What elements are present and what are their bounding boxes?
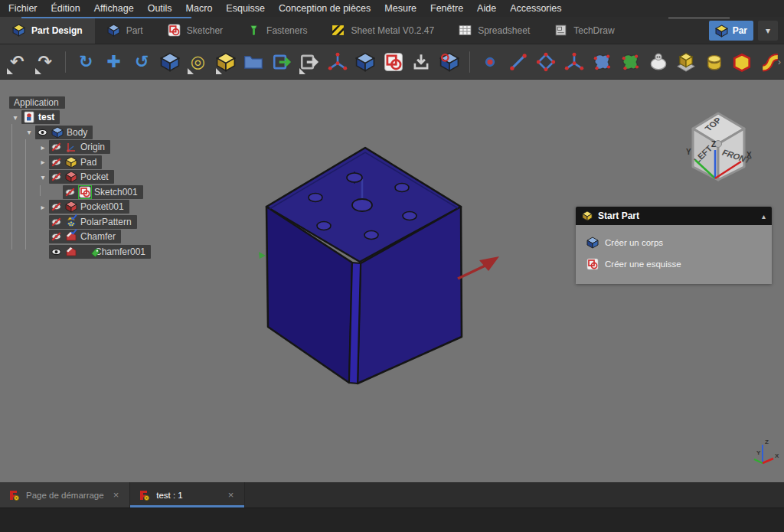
menu-item[interactable]: Outils <box>141 0 179 17</box>
workbench-tab[interactable]: Sketcher <box>155 17 235 44</box>
toolbar-button[interactable]: ◎ <box>187 48 209 76</box>
toolbar-button[interactable] <box>439 48 461 76</box>
tree-expander-icon[interactable]: ▾ <box>37 173 49 181</box>
tree-item[interactable]: Pad <box>49 155 102 169</box>
hole[interactable] <box>309 194 322 202</box>
toolbar-button[interactable]: ↺ <box>131 48 153 76</box>
task-panel-header[interactable]: Start Part ▴ <box>576 207 772 225</box>
menu-item[interactable]: Conception de pièces <box>272 0 377 17</box>
task-action-link[interactable]: Créer une esquisse <box>576 253 772 275</box>
toolbar-button[interactable] <box>383 48 405 76</box>
close-icon[interactable]: × <box>110 489 122 501</box>
workbench-tab[interactable]: Sheet Metal V0.2.47 <box>319 17 446 44</box>
visibility-eye-icon[interactable] <box>37 127 48 138</box>
toolbar-button[interactable] <box>647 48 669 76</box>
visibility-eye-icon[interactable] <box>51 231 62 242</box>
menu-item[interactable]: Aide <box>470 0 503 17</box>
toolbar-button[interactable] <box>535 48 557 76</box>
toolbar-button[interactable] <box>619 48 642 76</box>
document-tab[interactable]: test : 1 × <box>130 482 245 508</box>
toolbar-button[interactable] <box>479 48 501 76</box>
tree-expander-icon[interactable]: ▸ <box>37 158 49 166</box>
tree-expander-icon[interactable]: ▸ <box>37 203 49 211</box>
toolbar-button[interactable] <box>354 48 377 76</box>
tree-item[interactable]: Sketch001 <box>63 185 143 199</box>
tree-expander-icon[interactable]: ▸ <box>37 143 49 152</box>
tree-row[interactable]: ▸ Pad <box>3 155 217 170</box>
visibility-eye-icon[interactable] <box>51 171 62 182</box>
tree-item[interactable]: Chamfer001 <box>49 245 151 259</box>
toolbar-button[interactable] <box>215 48 237 76</box>
tree-item[interactable]: Chamfer <box>49 230 121 243</box>
toolbar-button[interactable] <box>564 48 586 76</box>
toolbar-button[interactable] <box>299 48 321 76</box>
tree-row[interactable]: ▸ Origin <box>3 140 217 155</box>
toolbar-button[interactable] <box>731 48 753 76</box>
toolbar-button[interactable]: ✚ <box>103 48 126 76</box>
tree-item[interactable]: Application <box>9 96 65 109</box>
workbench-tab[interactable]: Fasteners <box>235 17 319 44</box>
toolbar-button[interactable] <box>469 51 470 73</box>
workbench-tab[interactable]: Spreadsheet <box>446 17 542 44</box>
toolbar-button[interactable] <box>65 51 66 73</box>
tree-item[interactable]: PolarPattern <box>49 215 137 229</box>
visibility-eye-icon[interactable] <box>51 201 62 212</box>
collapse-chevron-icon[interactable]: ▴ <box>762 212 766 220</box>
visibility-eye-icon[interactable] <box>64 187 76 197</box>
document-tab[interactable]: Page de démarrage × <box>0 482 130 508</box>
toolbar-button[interactable] <box>508 48 530 76</box>
toolbar-button[interactable]: ↻ <box>75 48 97 76</box>
visibility-eye-icon[interactable] <box>51 142 62 152</box>
menu-item[interactable]: Affichage <box>87 0 141 17</box>
toolbar-button[interactable] <box>159 48 181 76</box>
workbench-tab[interactable]: TechDraw <box>542 17 626 44</box>
menu-item[interactable]: Accessories <box>503 0 568 17</box>
toolbar-button[interactable] <box>675 48 697 76</box>
visibility-eye-icon[interactable] <box>51 157 62 168</box>
centre-hole[interactable] <box>352 199 372 211</box>
toolbar-button[interactable]: ↶ <box>6 48 28 76</box>
tree-row[interactable]: ▾ Body <box>3 125 217 140</box>
tree-expander-icon[interactable]: ▾ <box>9 113 21 122</box>
toolbar-button[interactable] <box>591 48 613 76</box>
tree-item[interactable]: Pocket <box>49 170 114 184</box>
tree-row[interactable]: Sketch001 <box>3 184 217 200</box>
hole[interactable] <box>364 231 378 240</box>
3d-viewport[interactable]: Application ▾ test <box>0 80 784 482</box>
task-action-link[interactable]: Créer un corps <box>576 232 772 253</box>
toolbar-overflow-chevron[interactable]: › <box>778 57 781 67</box>
workbench-tab[interactable]: Part <box>95 17 155 44</box>
menu-item[interactable]: Mesure <box>377 0 423 17</box>
toolbar-button[interactable] <box>327 48 349 76</box>
tree-row[interactable]: ▾ Pocket <box>3 170 217 185</box>
tree-row[interactable]: Chamfer001 <box>3 244 217 259</box>
toolbar-button[interactable] <box>243 48 265 76</box>
tree-row[interactable]: ▸ Pocket001 <box>3 200 217 215</box>
tree-row[interactable]: Application <box>3 95 217 110</box>
menu-item[interactable]: Édition <box>44 0 87 17</box>
toolbar-button[interactable] <box>703 48 725 76</box>
tree-expander-icon[interactable]: ▾ <box>23 128 35 136</box>
tree-item[interactable]: Pocket001 <box>49 200 129 214</box>
visibility-eye-icon[interactable] <box>51 246 62 257</box>
menu-item[interactable]: Fenêtre <box>423 0 470 17</box>
toolbar-button[interactable] <box>410 48 433 76</box>
current-workbench-button[interactable]: Par <box>709 21 753 41</box>
hole[interactable] <box>317 222 331 230</box>
menu-item[interactable]: Fichier <box>2 0 44 17</box>
tree-row[interactable]: Chamfer <box>3 230 217 245</box>
tree-row[interactable]: PolarPattern <box>3 214 217 230</box>
tree-row[interactable]: ▾ test <box>3 110 217 126</box>
visibility-eye-icon[interactable] <box>51 217 62 227</box>
toolbar-button[interactable] <box>271 48 293 76</box>
tree-item[interactable]: Body <box>35 126 93 139</box>
workbench-dropdown-button[interactable]: ▾ <box>758 21 778 41</box>
menu-item[interactable]: Esquisse <box>219 0 272 17</box>
navigation-cube[interactable]: TOP LEFT FRONT Y Z X <box>674 100 762 188</box>
menu-item[interactable]: Macro <box>179 0 220 17</box>
tree-item[interactable]: test <box>21 110 60 124</box>
hole[interactable] <box>403 212 416 220</box>
tree-item[interactable]: Origin <box>49 140 110 154</box>
workbench-tab[interactable]: Part Design <box>0 17 95 44</box>
hole[interactable] <box>395 184 409 192</box>
